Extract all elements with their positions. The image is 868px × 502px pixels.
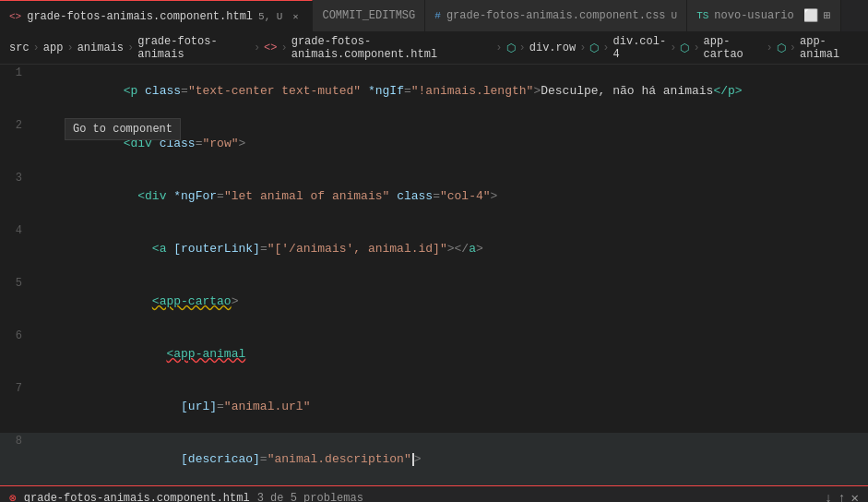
line-num-8: 8	[0, 433, 37, 450]
tab-ts[interactable]: TS novo-usuario ⬜ ⊞	[687, 0, 840, 32]
error-filename: grade-fotos-animais.component.html	[24, 492, 250, 503]
line-content-5[interactable]: <app-cartao>	[37, 275, 868, 328]
tab-commit-label: COMMIT_EDITMSG	[322, 9, 415, 22]
error-count: 3 de 5 problemas	[257, 492, 363, 503]
layout-icon: ⊞	[824, 8, 831, 23]
tab-html-close[interactable]: ✕	[288, 9, 303, 24]
bc-hexagon3: ⬡	[680, 42, 689, 55]
html-icon: <>	[9, 11, 21, 22]
line-content-4[interactable]: <a [routerLink]="['/animais', animal.id]…	[37, 222, 868, 275]
bc-hexagon4: ⬡	[777, 42, 786, 55]
line-num-4: 4	[0, 222, 37, 240]
line-content-3[interactable]: <div *ngFor="let animal of animais" clas…	[37, 170, 868, 222]
editor-wrapper: Go to component 1 <p class="text-center …	[0, 65, 868, 485]
code-line-5: 5 <app-cartao>	[0, 275, 868, 328]
error-nav: ↓ ↑ ✕	[825, 490, 859, 502]
bc-src: src	[9, 42, 30, 54]
line-num-6: 6	[0, 328, 37, 345]
line-content-1[interactable]: <p class="text-center text-muted" *ngIf=…	[37, 65, 868, 117]
line-content-7[interactable]: [url]="animal.url"	[37, 380, 868, 433]
bc-folder: grade-fotos-animais	[137, 35, 250, 61]
bc-div-col4[interactable]: div.col-4	[613, 35, 667, 61]
bc-app: app	[43, 42, 64, 54]
bc-div-row[interactable]: div.row	[529, 42, 576, 54]
css-icon: #	[434, 10, 441, 21]
line-num-3: 3	[0, 170, 37, 187]
tab-bar: <> grade-fotos-animais.component.html 5,…	[0, 0, 868, 32]
tab-html-badge: 5, U	[258, 11, 282, 22]
line-content-6[interactable]: <app-animal	[37, 328, 868, 380]
error-panel-header: ⊗ grade-fotos-animais.component.html 3 d…	[0, 486, 868, 502]
ts-icon: TS	[696, 10, 708, 21]
line-num-2: 2	[0, 117, 37, 135]
error-nav-down[interactable]: ↓	[825, 491, 832, 503]
bc-filename[interactable]: grade-fotos-animais.component.html	[291, 35, 493, 61]
tab-css-badge: U	[672, 10, 678, 21]
bc-app-cartao[interactable]: app-cartao	[704, 35, 763, 61]
line-num-5: 5	[0, 275, 37, 293]
bc-html-icon: <>	[264, 42, 277, 54]
line-content-8[interactable]: [descricao]="animal.description">	[37, 433, 868, 485]
code-line-4: 4 <a [routerLink]="['/animais', animal.i…	[0, 222, 868, 275]
error-circle-icon: ⊗	[9, 491, 17, 503]
error-panel: ⊗ grade-fotos-animais.component.html 3 d…	[0, 485, 868, 502]
tab-html[interactable]: <> grade-fotos-animais.component.html 5,…	[0, 0, 313, 32]
code-line-1: 1 <p class="text-center text-muted" *ngI…	[0, 65, 868, 117]
error-nav-up[interactable]: ↑	[838, 491, 845, 503]
split-icon: ⬜	[803, 8, 818, 23]
tab-commit[interactable]: COMMIT_EDITMSG	[313, 0, 425, 32]
breadcrumb: src › app › animais › grade-fotos-animai…	[0, 32, 868, 65]
code-line-7: 7 [url]="animal.url"	[0, 380, 868, 433]
bc-animais: animais	[77, 42, 124, 54]
bc-app-animal[interactable]: app-animal	[800, 35, 859, 61]
code-line-6: 6 <app-animal	[0, 328, 868, 380]
tab-html-label: grade-fotos-animais.component.html	[27, 10, 253, 23]
line-num-1: 1	[0, 65, 37, 82]
line-num-7: 7	[0, 380, 37, 398]
code-line-8: 8 [descricao]="animal.description">	[0, 433, 868, 485]
go-to-component-tooltip[interactable]: Go to component	[65, 118, 181, 140]
error-close[interactable]: ✕	[851, 490, 859, 502]
tab-css[interactable]: # grade-fotos-animais.component.css U	[425, 0, 687, 32]
bc-hexagon1: ⬡	[506, 42, 516, 55]
bc-hexagon2: ⬡	[589, 42, 599, 55]
tab-ts-label: novo-usuario	[714, 9, 793, 22]
tab-css-label: grade-fotos-animais.component.css	[446, 9, 666, 22]
code-line-3: 3 <div *ngFor="let animal of animais" cl…	[0, 170, 868, 222]
